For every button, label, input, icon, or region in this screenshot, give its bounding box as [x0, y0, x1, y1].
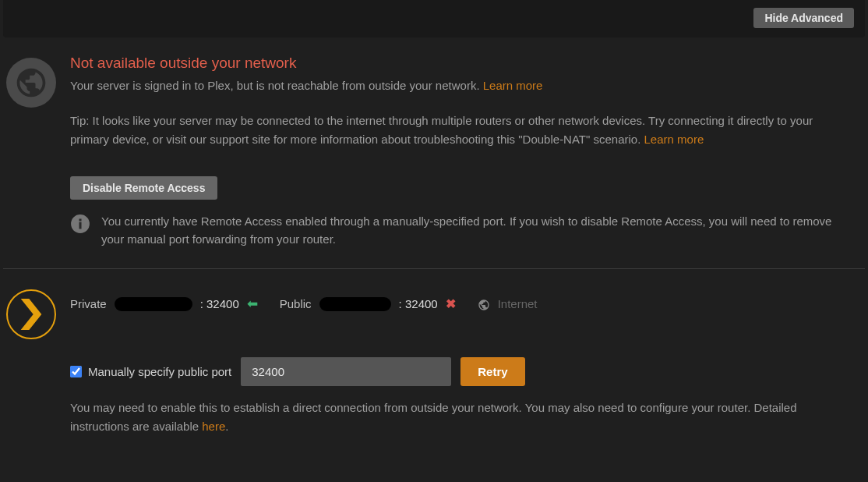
alert-row: You currently have Remote Access enabled…	[70, 212, 851, 249]
private-ip-redacted	[115, 297, 192, 311]
retry-button[interactable]: Retry	[460, 357, 524, 386]
disable-remote-access-button[interactable]: Disable Remote Access	[70, 176, 217, 200]
svg-rect-2	[79, 218, 81, 221]
manual-port-label-text: Manually specify public port	[88, 365, 231, 378]
status-section: Not available outside your network Your …	[0, 37, 868, 248]
tip-text: Tip: It looks like your server may be co…	[70, 112, 851, 148]
internet-globe-icon	[478, 297, 490, 311]
manual-port-checkbox[interactable]	[70, 366, 82, 377]
hide-advanced-button[interactable]: Hide Advanced	[753, 8, 854, 28]
status-subtext-text: Your server is signed in to Plex, but is…	[70, 79, 483, 92]
help-here-link[interactable]: here	[202, 420, 225, 433]
connection-content: Private : 32400 ⬅ Public : 32400 ✖ Inter…	[70, 286, 865, 435]
learn-more-link[interactable]: Learn more	[483, 79, 543, 92]
x-icon: ✖	[446, 296, 456, 311]
help-text-1: You may need to enable this to establish…	[70, 401, 797, 432]
public-port-input[interactable]	[241, 357, 451, 386]
private-port: : 32400	[200, 297, 239, 310]
advanced-toolbar: Hide Advanced	[3, 0, 865, 37]
help-text-2: .	[225, 420, 228, 433]
public-port: : 32400	[399, 297, 438, 310]
public-label: Public	[280, 297, 312, 310]
arrow-left-icon: ⬅	[247, 296, 258, 312]
status-icon-column	[3, 55, 70, 248]
svg-rect-1	[79, 222, 81, 229]
manual-help-text: You may need to enable this to establish…	[70, 399, 851, 435]
globe-icon	[6, 58, 56, 108]
alert-icon	[70, 212, 90, 249]
status-content: Not available outside your network Your …	[70, 55, 865, 248]
status-heading: Not available outside your network	[70, 55, 851, 72]
tip-learn-more-link[interactable]: Learn more	[644, 133, 704, 146]
plex-icon	[6, 289, 56, 339]
private-label: Private	[70, 297, 107, 310]
manual-port-row: Manually specify public port Retry	[70, 357, 851, 386]
connection-section: Private : 32400 ⬅ Public : 32400 ✖ Inter…	[0, 269, 868, 435]
connection-info-row: Private : 32400 ⬅ Public : 32400 ✖ Inter…	[70, 286, 851, 312]
internet-label: Internet	[498, 297, 538, 310]
status-subtext: Your server is signed in to Plex, but is…	[70, 76, 851, 94]
manual-port-checkbox-label[interactable]: Manually specify public port	[70, 365, 231, 378]
public-ip-redacted	[319, 297, 391, 311]
connection-icon-column	[3, 286, 70, 435]
alert-text: You currently have Remote Access enabled…	[101, 212, 851, 249]
